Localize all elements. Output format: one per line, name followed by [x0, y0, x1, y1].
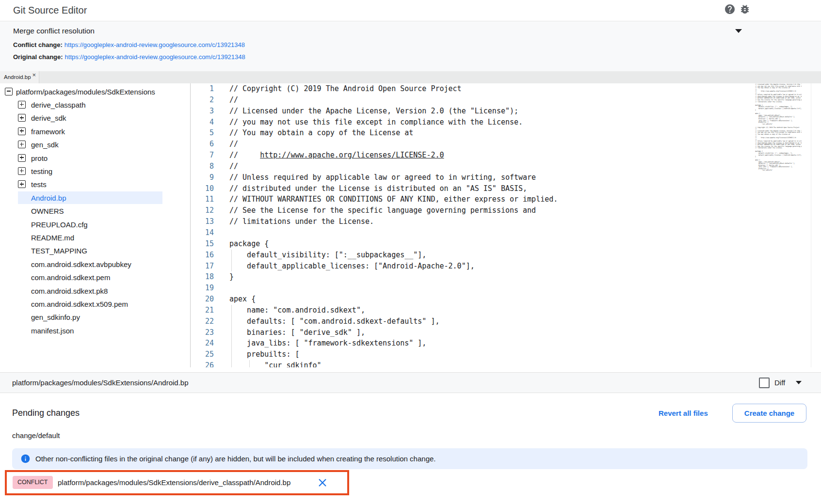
code-text: //	[229, 95, 238, 104]
tree-item-android-bp[interactable]: Android.bp	[0, 191, 190, 204]
diff-checkbox[interactable]	[759, 378, 770, 388]
tree-item-label: OWNERS	[31, 207, 64, 215]
expand-icon[interactable]	[18, 154, 26, 162]
expand-icon[interactable]	[18, 101, 26, 109]
original-change-label: Original change:	[13, 53, 63, 61]
code-line: 12// See the License for the specific la…	[191, 205, 755, 216]
code-line: 7// http://www.apache.org/licenses/LICEN…	[191, 150, 755, 161]
line-number: 11	[191, 194, 214, 205]
tree-item-tests[interactable]: tests	[0, 178, 190, 191]
code-text: "cur_sdkinfo"	[229, 361, 322, 367]
tree-item-com-android-sdkext-x509-pem[interactable]: com.android.sdkext.x509.pem	[0, 297, 190, 310]
line-number: 10	[191, 183, 214, 194]
code-text: // limitations under the License.	[229, 217, 374, 226]
expand-icon[interactable]	[18, 127, 26, 135]
tree-item-label: testing	[31, 167, 52, 175]
expand-icon[interactable]	[18, 141, 26, 148]
tree-item-label: platform/packages/modules/SdkExtensions	[16, 87, 155, 95]
tree-item-label: derive_classpath	[31, 101, 86, 109]
conflict-change-link[interactable]: https://googleplex-android-review.google…	[64, 41, 245, 48]
code-text: // See the License for the specific lang…	[229, 206, 536, 215]
code-line: 4// you may not use this file except in …	[191, 117, 755, 128]
tree-item-gen-sdkinfo-py[interactable]: gen_sdkinfo.py	[0, 311, 190, 324]
bug-icon[interactable]	[739, 3, 751, 15]
line-number: 18	[191, 271, 214, 283]
code-editor[interactable]: 1// Copyright (C) 2019 The Android Open …	[191, 83, 755, 367]
line-number: 17	[191, 261, 214, 272]
line-number: 15	[191, 238, 214, 250]
tree-item-label: README.md	[31, 233, 74, 241]
tree-item-label: gen_sdkinfo.py	[31, 313, 80, 321]
tree-item-preupload-cfg[interactable]: PREUPLOAD.cfg	[0, 218, 190, 231]
tree-item-manifest-json[interactable]: manifest.json	[0, 324, 190, 337]
line-number: 20	[191, 294, 214, 305]
collapse-caret-icon[interactable]	[735, 29, 742, 33]
code-line: 18}	[191, 271, 755, 283]
line-number: 26	[191, 360, 214, 367]
conflict-file-row: CONFLICT platform/packages/modules/SdkEx…	[5, 470, 349, 495]
tree-item-derive-sdk[interactable]: derive_sdk	[0, 111, 190, 125]
tree-item-label: Android.bp	[31, 193, 66, 202]
tree-item-derive-classpath[interactable]: derive_classpath	[0, 98, 190, 111]
code-line: 20apex {	[191, 294, 755, 305]
minimap[interactable]: // Copyright (C) 2019 The Android Open S…	[755, 83, 802, 255]
code-text: // Licensed under the Apache License, Ve…	[229, 107, 518, 115]
code-text: // WITHOUT WARRANTIES OR CONDITIONS OF A…	[229, 195, 558, 204]
tree-item-label: gen_sdk	[31, 141, 59, 149]
revert-all-files-button[interactable]: Revert all files	[656, 407, 711, 419]
line-number: 9	[191, 172, 214, 183]
tab-close-icon[interactable]: ×	[32, 72, 36, 78]
tree-item-test-mapping[interactable]: TEST_MAPPING	[0, 244, 190, 257]
tree-item-platform-packages-modules-sdkextensions[interactable]: platform/packages/modules/SdkExtensions	[0, 85, 190, 98]
code-text: binaries: [ "derive_sdk" ],	[229, 328, 365, 337]
expand-icon[interactable]	[18, 167, 26, 175]
code-text: // distributed under the License is dist…	[229, 184, 527, 193]
collapse-icon[interactable]	[5, 88, 13, 95]
tree-item-label: derive_sdk	[31, 114, 66, 122]
expand-icon[interactable]	[18, 114, 26, 122]
scrollbar-track[interactable]	[811, 83, 811, 367]
code-line: 23 binaries: [ "derive_sdk" ],	[191, 327, 755, 338]
line-number: 13	[191, 216, 214, 227]
expand-icon[interactable]	[18, 180, 26, 188]
tree-item-framework[interactable]: framework	[0, 125, 190, 138]
conflict-change-row: Conflict change:https://googleplex-andro…	[13, 41, 245, 48]
app-header: Git Source Editor	[0, 0, 821, 21]
line-number: 16	[191, 250, 214, 261]
diff-dropdown-caret-icon[interactable]	[796, 381, 802, 384]
tree-item-com-android-sdkext-avbpubkey[interactable]: com.android.sdkext.avbpubkey	[0, 257, 190, 270]
tree-item-gen-sdk[interactable]: gen_sdk	[0, 138, 190, 151]
code-text: // http://www.apache.org/licenses/LICENS…	[229, 151, 444, 159]
tab-strip: Android.bp ×	[0, 71, 821, 83]
merge-conflict-panel: Merge conflict resolution Conflict chang…	[0, 21, 821, 71]
current-file-path: platform/packages/modules/SdkExtensions/…	[12, 373, 189, 393]
tree-item-com-android-sdkext-pk8[interactable]: com.android.sdkext.pk8	[0, 284, 190, 297]
code-line: 3// Licensed under the Apache License, V…	[191, 106, 755, 117]
original-change-link[interactable]: https://googleplex-android-review.google…	[65, 53, 245, 61]
line-number: 2	[191, 94, 214, 106]
create-change-button[interactable]: Create change	[732, 404, 806, 423]
code-line: 9// Unless required by applicable law or…	[191, 172, 755, 183]
tab-android-bp[interactable]: Android.bp ×	[0, 71, 39, 83]
tree-item-com-android-sdkext-pem[interactable]: com.android.sdkext.pem	[0, 270, 190, 284]
code-text: // Copyright (C) 2019 The Android Open S…	[229, 84, 462, 93]
line-number: 4	[191, 117, 214, 128]
merge-panel-title: Merge conflict resolution	[13, 27, 95, 35]
tree-item-testing[interactable]: testing	[0, 164, 190, 177]
tree-item-owners[interactable]: OWNERS	[0, 205, 190, 218]
code-line: 21 name: "com.android.sdkext",	[191, 305, 755, 316]
tree-item-label: com.android.sdkext.pem	[31, 273, 110, 282]
tree-item-label: com.android.sdkext.avbpubkey	[31, 260, 131, 268]
code-line: 17 default_applicable_licenses: ["Androi…	[191, 261, 755, 272]
branch-name: change/default	[12, 431, 60, 440]
help-icon[interactable]	[724, 3, 736, 15]
code-text: package {	[229, 239, 269, 248]
remove-conflict-file-icon[interactable]	[317, 477, 328, 488]
tree-item-readme-md[interactable]: README.md	[0, 231, 190, 244]
original-change-row: Original change:https://googleplex-andro…	[13, 53, 245, 61]
page-title: Git Source Editor	[13, 0, 87, 21]
tree-item-proto[interactable]: proto	[0, 151, 190, 164]
tree-item-label: com.android.sdkext.x509.pem	[31, 299, 128, 308]
code-text: // you may not use this file except in c…	[229, 118, 523, 126]
code-line: 22 defaults: [ "com.android.sdkext-defau…	[191, 316, 755, 327]
